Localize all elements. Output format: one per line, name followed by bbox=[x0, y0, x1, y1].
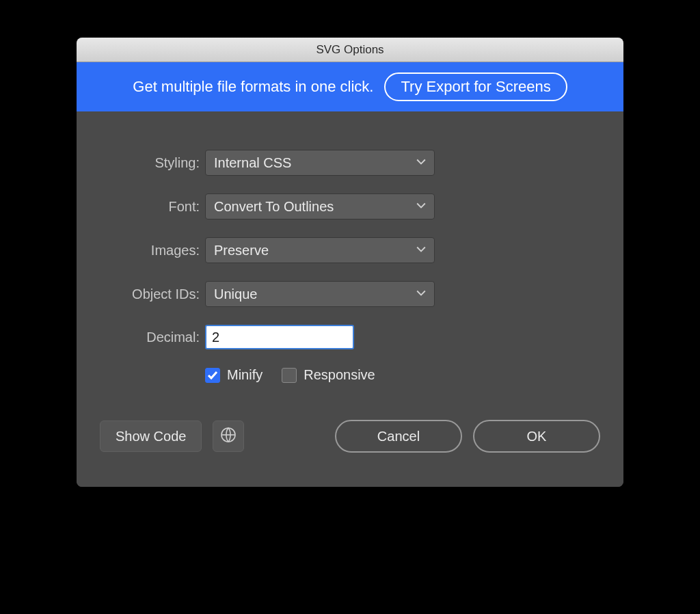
font-label: Font: bbox=[97, 199, 205, 215]
titlebar: SVG Options bbox=[77, 38, 623, 62]
promo-text: Get multiple file formats in one click. bbox=[133, 78, 373, 96]
show-code-button[interactable]: Show Code bbox=[100, 421, 202, 452]
chevron-down-icon bbox=[416, 158, 426, 168]
minify-checkbox[interactable]: Minify bbox=[205, 367, 262, 383]
object-ids-value: Unique bbox=[214, 286, 257, 302]
images-dropdown[interactable]: Preserve bbox=[205, 237, 435, 263]
decimal-row: Decimal: bbox=[97, 325, 603, 349]
images-row: Images: Preserve bbox=[97, 237, 603, 263]
preview-in-browser-button[interactable] bbox=[213, 421, 244, 452]
font-row: Font: Convert To Outlines bbox=[97, 193, 603, 219]
font-value: Convert To Outlines bbox=[214, 199, 334, 215]
styling-value: Internal CSS bbox=[214, 155, 291, 171]
styling-row: Styling: Internal CSS bbox=[97, 150, 603, 176]
object-ids-row: Object IDs: Unique bbox=[97, 281, 603, 307]
try-export-for-screens-button[interactable]: Try Export for Screens bbox=[384, 72, 567, 101]
font-dropdown[interactable]: Convert To Outlines bbox=[205, 193, 435, 219]
minify-checkbox-box bbox=[205, 368, 220, 383]
promo-bar: Get multiple file formats in one click. … bbox=[77, 62, 623, 111]
check-icon bbox=[207, 370, 218, 381]
object-ids-label: Object IDs: bbox=[97, 286, 205, 302]
object-ids-dropdown[interactable]: Unique bbox=[205, 281, 435, 307]
chevron-down-icon bbox=[416, 289, 426, 299]
decimal-input[interactable] bbox=[205, 325, 354, 349]
button-row: Show Code Cancel OK bbox=[97, 420, 603, 453]
chevron-down-icon bbox=[416, 245, 426, 255]
responsive-checkbox[interactable]: Responsive bbox=[282, 367, 375, 383]
chevron-down-icon bbox=[416, 202, 426, 211]
styling-dropdown[interactable]: Internal CSS bbox=[205, 150, 435, 176]
globe-icon bbox=[220, 427, 237, 446]
ok-button[interactable]: OK bbox=[473, 420, 600, 453]
images-value: Preserve bbox=[214, 243, 269, 258]
cancel-button[interactable]: Cancel bbox=[335, 420, 462, 453]
svg-options-dialog: SVG Options Get multiple file formats in… bbox=[77, 38, 623, 487]
checkbox-row: Minify Responsive bbox=[205, 367, 603, 383]
responsive-checkbox-box bbox=[282, 368, 297, 383]
styling-label: Styling: bbox=[97, 155, 205, 171]
responsive-label: Responsive bbox=[304, 367, 375, 383]
images-label: Images: bbox=[97, 243, 205, 258]
window-title: SVG Options bbox=[316, 43, 383, 57]
dialog-content: Styling: Internal CSS Font: Convert To O… bbox=[77, 111, 623, 487]
decimal-label: Decimal: bbox=[97, 330, 205, 345]
minify-label: Minify bbox=[227, 367, 262, 383]
